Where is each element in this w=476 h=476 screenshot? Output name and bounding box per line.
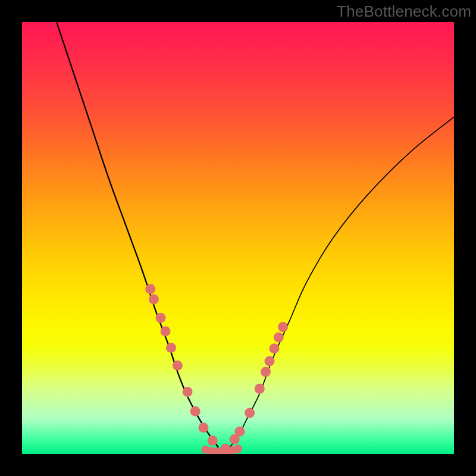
data-dot xyxy=(255,384,265,394)
right-curve xyxy=(229,117,454,447)
data-dot xyxy=(198,422,208,433)
data-dot xyxy=(265,356,275,366)
dots-left xyxy=(145,284,218,446)
watermark-text: TheBottleneck.com xyxy=(337,2,471,21)
data-dot xyxy=(261,367,271,377)
left-curve xyxy=(57,22,218,447)
data-dot xyxy=(274,332,284,342)
data-dot xyxy=(166,343,176,353)
data-dot xyxy=(183,387,193,397)
data-dot xyxy=(161,326,171,336)
chart-container: TheBottleneck.com xyxy=(0,0,476,476)
data-dot xyxy=(156,313,166,323)
data-dot xyxy=(234,444,242,453)
data-dot xyxy=(149,295,159,305)
plot-area xyxy=(22,22,454,454)
data-dot xyxy=(190,406,201,416)
chart-svg xyxy=(22,22,454,454)
data-dot xyxy=(245,408,255,418)
data-dot xyxy=(278,322,288,332)
data-dot xyxy=(173,361,183,371)
data-dot xyxy=(208,436,218,446)
data-dot xyxy=(234,427,245,437)
data-dot xyxy=(269,343,279,353)
dots-right xyxy=(220,322,288,454)
data-dot xyxy=(145,284,155,294)
